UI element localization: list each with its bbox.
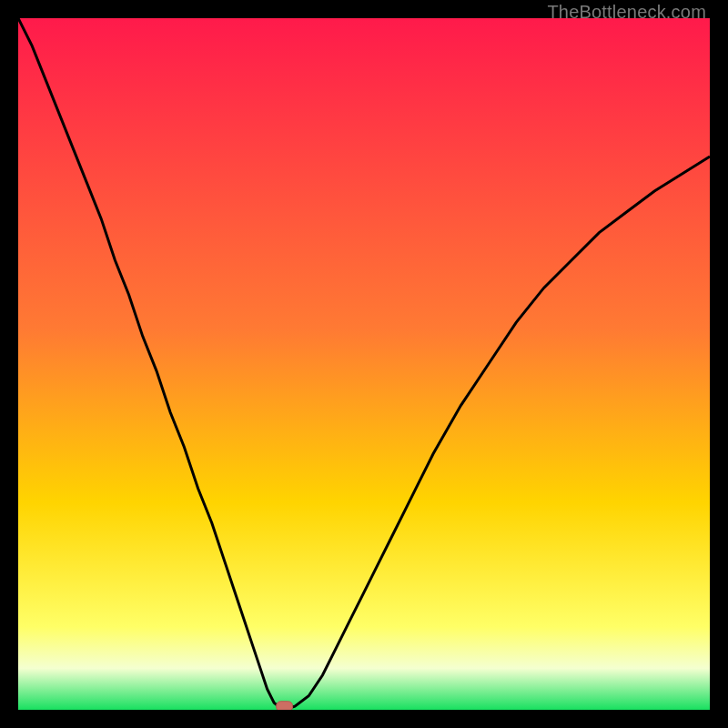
optimal-point-marker	[277, 702, 293, 710]
chart-frame	[18, 18, 710, 710]
bottleneck-chart	[18, 18, 710, 710]
chart-background	[18, 18, 710, 710]
